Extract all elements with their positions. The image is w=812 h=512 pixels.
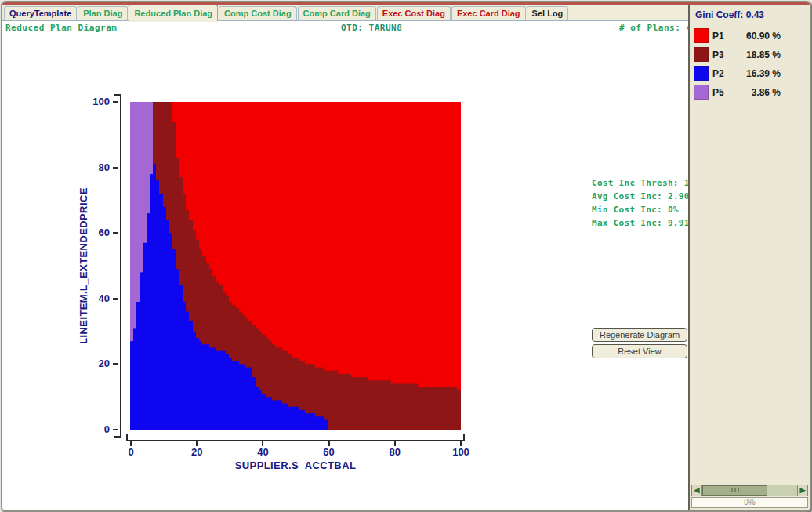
y-tick-mark	[113, 101, 118, 103]
x-tick-label: 80	[390, 446, 401, 458]
y-tick-mark	[113, 232, 118, 234]
legend-row: P53.86 %	[690, 83, 810, 102]
tab-comp-cost-diag[interactable]: Comp Cost Diag	[219, 6, 297, 20]
legend-swatch-p2	[694, 66, 709, 81]
y-tick-mark	[113, 363, 118, 365]
y-axis-top-cap	[114, 94, 121, 96]
app-window: QueryTemplatePlan DiagReduced Plan DiagC…	[1, 1, 811, 512]
scroll-right-arrow-icon[interactable]: ▶	[797, 485, 808, 496]
tab-exec-cost-diag[interactable]: Exec Cost Diag	[377, 6, 451, 20]
legend-swatch-p1	[694, 28, 709, 43]
y-tick-mark	[113, 298, 118, 300]
x-tick-label: 0	[128, 446, 133, 458]
legend-row: P318.85 %	[690, 45, 810, 64]
page-title: Reduced Plan Diagram	[5, 23, 117, 33]
gini-coefficient-label: Gini Coeff: 0.43	[695, 9, 764, 20]
x-axis-line	[126, 440, 465, 441]
tab-exec-card-diag[interactable]: Exec Card Diag	[451, 6, 526, 20]
tab-sel-log[interactable]: Sel Log	[527, 6, 569, 20]
plan-diagram[interactable]	[130, 102, 461, 430]
horizontal-scrollbar: ◀ ▶	[691, 485, 808, 496]
query-template-id: QTD: TARUN8	[341, 23, 402, 33]
tab-querytemplate[interactable]: QueryTemplate	[4, 6, 77, 20]
y-tick-label: 100	[81, 96, 110, 107]
y-axis-title: LINEITEM.L_EXTENDEDPRICE	[78, 187, 89, 344]
legend-swatch-p5	[694, 85, 709, 100]
tab-comp-card-diag[interactable]: Comp Card Diag	[298, 6, 376, 20]
x-axis-title: SUPPLIER.S_ACCTBAL	[235, 459, 357, 471]
legend-plan-pct: 18.85 %	[735, 49, 781, 60]
legend-row: P216.39 %	[690, 64, 810, 83]
legend-swatch-p3	[694, 47, 709, 62]
num-plans-label: # of Plans: 4	[619, 23, 692, 33]
tab-reduced-plan-diag[interactable]: Reduced Plan Diag	[129, 5, 218, 21]
tab-bar: QueryTemplatePlan DiagReduced Plan DiagC…	[2, 5, 688, 21]
x-tick-label: 40	[257, 446, 268, 458]
tab-plan-diag[interactable]: Plan Diag	[78, 6, 128, 20]
scrollbar-track[interactable]	[702, 485, 797, 496]
y-tick-label: 20	[81, 358, 110, 369]
regenerate-diagram-button[interactable]: Regenerate Diagram	[592, 328, 687, 342]
legend-plan-pct: 60.90 %	[735, 31, 781, 42]
x-tick-label: 60	[323, 446, 334, 458]
x-tick-label: 20	[191, 446, 202, 458]
scroll-left-arrow-icon[interactable]: ◀	[691, 485, 702, 496]
x-tick-label: 100	[452, 446, 469, 458]
y-tick-mark	[113, 167, 118, 169]
legend-row: P160.90 %	[690, 27, 810, 45]
legend-plan-label: P1	[712, 31, 724, 42]
legend-panel: Gini Coeff: 0.43 P160.90 %P318.85 %P216.…	[688, 5, 810, 510]
y-tick-mark	[113, 429, 118, 430]
scrollbar-thumb[interactable]	[702, 485, 767, 496]
legend: P160.90 %P318.85 %P216.39 %P53.86 %	[690, 27, 810, 102]
reset-view-button[interactable]: Reset View	[592, 344, 687, 358]
legend-plan-pct: 16.39 %	[735, 68, 781, 79]
y-axis-bottom-cap	[114, 436, 121, 438]
y-axis-line	[120, 94, 121, 438]
y-tick-label: 0	[81, 423, 110, 435]
y-tick-label: 80	[81, 162, 110, 173]
scrollbar-grip-icon	[731, 488, 739, 492]
legend-plan-label: P3	[712, 49, 724, 60]
legend-plan-pct: 3.86 %	[735, 87, 781, 98]
x-axis-right-cap	[463, 434, 465, 441]
legend-plan-label: P2	[712, 68, 724, 79]
legend-plan-label: P5	[712, 87, 724, 98]
x-axis-left-cap	[126, 434, 128, 441]
progress-bar: 0%	[691, 497, 808, 508]
